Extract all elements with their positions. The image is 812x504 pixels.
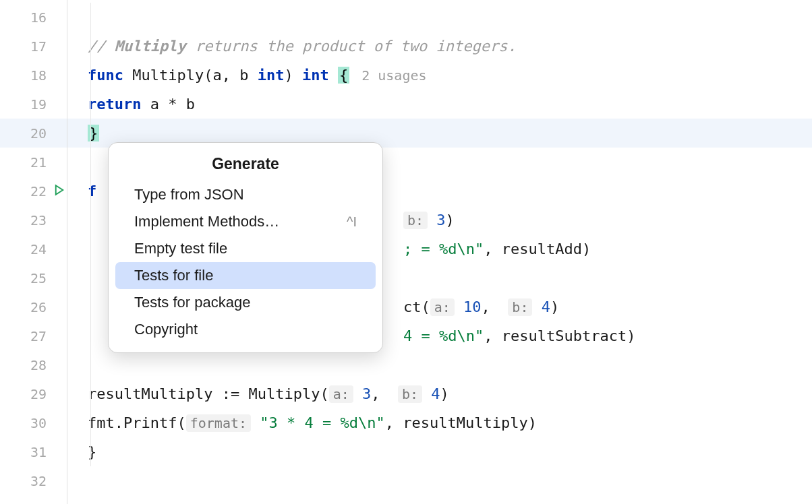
popup-item-implement-methods[interactable]: Implement Methods…^I xyxy=(115,208,376,235)
line-number[interactable]: 31 xyxy=(0,437,67,466)
param-hint: b: xyxy=(508,298,532,316)
code-line[interactable]: func Multiply(a, b int) int {2 usages xyxy=(67,61,812,90)
popup-item-type-from-json[interactable]: Type from JSON xyxy=(115,181,376,208)
line-number[interactable]: 30 xyxy=(0,408,67,437)
code-line[interactable]: return a * b xyxy=(67,90,812,119)
line-number[interactable]: 27 xyxy=(0,321,67,350)
param-hint: a: xyxy=(329,385,353,403)
line-number[interactable]: 26 xyxy=(0,292,67,321)
code-line[interactable] xyxy=(67,350,812,379)
param-hint: format: xyxy=(186,414,251,432)
popup-item-copyright[interactable]: Copyright xyxy=(115,316,376,343)
line-number[interactable]: 17 xyxy=(0,32,67,61)
line-number[interactable]: 28 xyxy=(0,350,67,379)
param-hint: a: xyxy=(430,298,455,316)
generate-popup: Generate Type from JSON Implement Method… xyxy=(108,142,383,353)
line-number[interactable]: 32 xyxy=(0,466,67,495)
line-number[interactable]: 18 xyxy=(0,61,67,90)
line-number[interactable]: 20 xyxy=(0,119,67,148)
code-editor[interactable]: // Multiply returns the product of two i… xyxy=(67,0,812,504)
line-number[interactable]: 19 xyxy=(0,90,67,119)
svg-marker-0 xyxy=(56,185,63,195)
param-hint: b: xyxy=(398,385,422,403)
line-number-gutter: 16 17 18 19 20 21 22 23 24 25 26 27 28 2… xyxy=(0,0,67,504)
param-hint: b: xyxy=(403,212,428,229)
code-line[interactable]: fmt.Printf(format: "3 * 4 = %d\n", resul… xyxy=(67,408,812,437)
line-number[interactable]: 24 xyxy=(0,234,67,263)
popup-title: Generate xyxy=(109,150,382,181)
code-line[interactable] xyxy=(67,466,812,495)
line-number[interactable]: 25 xyxy=(0,263,67,292)
run-gutter-icon[interactable] xyxy=(53,183,65,199)
usages-hint[interactable]: 2 usages xyxy=(349,67,426,84)
line-number[interactable]: 21 xyxy=(0,148,67,177)
indent-guide xyxy=(90,3,91,466)
line-number[interactable]: 23 xyxy=(0,206,67,234)
code-line[interactable] xyxy=(67,3,812,32)
line-number[interactable]: 16 xyxy=(0,3,67,32)
popup-item-empty-test-file[interactable]: Empty test file xyxy=(115,235,376,262)
code-line[interactable]: resultMultiply := Multiply(a: 3, b: 4) xyxy=(67,379,812,408)
line-number[interactable]: 29 xyxy=(0,379,67,408)
line-number[interactable]: 22 xyxy=(0,177,67,206)
popup-item-tests-for-package[interactable]: Tests for package xyxy=(115,289,376,316)
code-line[interactable]: } xyxy=(67,437,812,466)
code-line[interactable]: // Multiply returns the product of two i… xyxy=(67,32,812,61)
popup-item-tests-for-file[interactable]: Tests for file xyxy=(115,262,376,289)
